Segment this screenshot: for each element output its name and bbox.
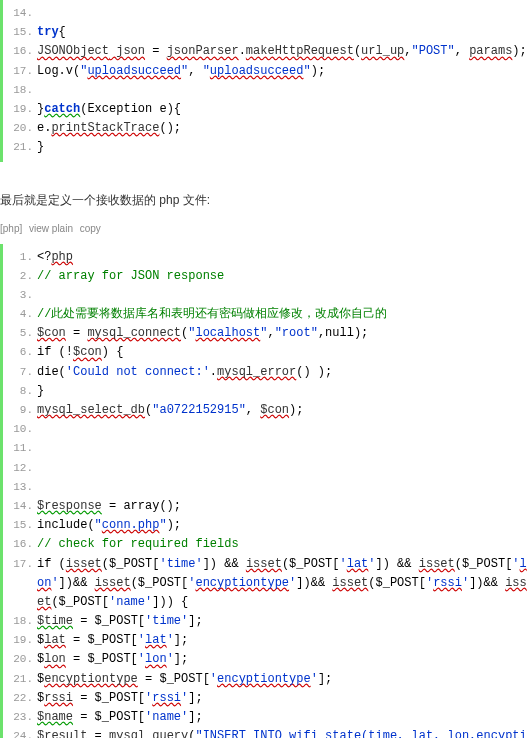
code-line: 23.$name = $_POST['name']; bbox=[11, 708, 529, 727]
code-line: 12. bbox=[11, 459, 529, 478]
line-content bbox=[37, 81, 529, 100]
line-content bbox=[37, 4, 529, 23]
line-number: 2. bbox=[11, 268, 33, 286]
line-content: // array for JSON response bbox=[37, 267, 529, 286]
line-number: 23. bbox=[11, 709, 33, 727]
line-number: 22. bbox=[11, 690, 33, 708]
code-line: 19.$lat = $_POST['lat']; bbox=[11, 631, 529, 650]
copy-link[interactable]: copy bbox=[80, 223, 101, 234]
line-number: 16. bbox=[11, 536, 33, 554]
line-content: $result = mysql_query("INSERT INTO wifi_… bbox=[37, 727, 529, 738]
code-line: 17.if (isset($_POST['time']) && isset($_… bbox=[11, 555, 529, 613]
line-content bbox=[37, 459, 529, 478]
code-line: 24.$result = mysql_query("INSERT INTO wi… bbox=[11, 727, 529, 738]
code-line: 2.// array for JSON response bbox=[11, 267, 529, 286]
line-content: Log.v("uploadsucceed", "uploadsucceed"); bbox=[37, 62, 529, 81]
code-line: 8.} bbox=[11, 382, 529, 401]
line-number: 1. bbox=[11, 249, 33, 267]
line-content: $encyptiontype = $_POST['encyptiontype']… bbox=[37, 670, 529, 689]
line-number: 13. bbox=[11, 479, 33, 497]
line-content bbox=[37, 478, 529, 497]
line-number: 9. bbox=[11, 402, 33, 420]
line-number: 8. bbox=[11, 383, 33, 401]
code-line: 1.<?php bbox=[11, 248, 529, 267]
line-number: 12. bbox=[11, 460, 33, 478]
line-number: 18. bbox=[11, 82, 33, 100]
line-number: 18. bbox=[11, 613, 33, 631]
code-line: 16.JSONObject json = jsonParser.makeHttp… bbox=[11, 42, 529, 61]
line-content: }catch(Exception e){ bbox=[37, 100, 529, 119]
line-content bbox=[37, 439, 529, 458]
view-plain-link[interactable]: view plain bbox=[29, 223, 73, 234]
code-line: 15.include("conn.php"); bbox=[11, 516, 529, 535]
line-number: 16. bbox=[11, 43, 33, 61]
line-number: 20. bbox=[11, 651, 33, 669]
line-number: 6. bbox=[11, 344, 33, 362]
line-number: 10. bbox=[11, 421, 33, 439]
line-number: 19. bbox=[11, 101, 33, 119]
line-content: //此处需要将数据库名和表明还有密码做相应修改，改成你自己的 bbox=[37, 305, 529, 324]
code-block-1: 14. 15.try{16.JSONObject json = jsonPars… bbox=[0, 0, 529, 162]
code-line: 15.try{ bbox=[11, 23, 529, 42]
code-line: 21.} bbox=[11, 138, 529, 157]
line-number: 15. bbox=[11, 517, 33, 535]
code-line: 21.$encyptiontype = $_POST['encyptiontyp… bbox=[11, 670, 529, 689]
code-line: 3. bbox=[11, 286, 529, 305]
line-number: 21. bbox=[11, 139, 33, 157]
line-content: if (isset($_POST['time']) && isset($_POS… bbox=[37, 555, 529, 613]
line-number: 21. bbox=[11, 671, 33, 689]
code-line: 18. bbox=[11, 81, 529, 100]
line-number: 4. bbox=[11, 306, 33, 324]
note-text: 最后就是定义一个接收数据的 php 文件: bbox=[0, 192, 529, 209]
code-line: 13. bbox=[11, 478, 529, 497]
code-line: 6.if (!$con) { bbox=[11, 343, 529, 362]
line-content: } bbox=[37, 382, 529, 401]
code-line: 18.$time = $_POST['time']; bbox=[11, 612, 529, 631]
code-line: 10. bbox=[11, 420, 529, 439]
code-line: 19.}catch(Exception e){ bbox=[11, 100, 529, 119]
line-content: $lat = $_POST['lat']; bbox=[37, 631, 529, 650]
line-content: $response = array(); bbox=[37, 497, 529, 516]
line-content: } bbox=[37, 138, 529, 157]
line-number: 20. bbox=[11, 120, 33, 138]
line-content: include("conn.php"); bbox=[37, 516, 529, 535]
line-number: 17. bbox=[11, 63, 33, 81]
line-content: $rssi = $_POST['rssi']; bbox=[37, 689, 529, 708]
code-toolbar: [php] view plain copy bbox=[0, 223, 529, 234]
line-content: try{ bbox=[37, 23, 529, 42]
line-content: die('Could not connect:'.mysql_error() )… bbox=[37, 363, 529, 382]
line-content: e.printStackTrace(); bbox=[37, 119, 529, 138]
code-line: 9.mysql_select_db("a0722152915", $con); bbox=[11, 401, 529, 420]
line-number: 5. bbox=[11, 325, 33, 343]
line-content: $name = $_POST['name']; bbox=[37, 708, 529, 727]
line-number: 17. bbox=[11, 556, 33, 574]
line-content bbox=[37, 420, 529, 439]
line-number: 11. bbox=[11, 440, 33, 458]
code-line: 16.// check for required fields bbox=[11, 535, 529, 554]
php-link[interactable]: [php] bbox=[0, 223, 22, 234]
code-line: 20.e.printStackTrace(); bbox=[11, 119, 529, 138]
line-content: JSONObject json = jsonParser.makeHttpReq… bbox=[37, 42, 529, 61]
line-content: $con = mysql_connect("localhost","root",… bbox=[37, 324, 529, 343]
line-content: if (!$con) { bbox=[37, 343, 529, 362]
line-number: 3. bbox=[11, 287, 33, 305]
line-content: // check for required fields bbox=[37, 535, 529, 554]
line-content: $lon = $_POST['lon']; bbox=[37, 650, 529, 669]
code-line: 17.Log.v("uploadsucceed", "uploadsucceed… bbox=[11, 62, 529, 81]
code-line: 14.$response = array(); bbox=[11, 497, 529, 516]
code-line: 11. bbox=[11, 439, 529, 458]
code-line: 7.die('Could not connect:'.mysql_error()… bbox=[11, 363, 529, 382]
line-content: $time = $_POST['time']; bbox=[37, 612, 529, 631]
line-number: 19. bbox=[11, 632, 33, 650]
code-line: 4.//此处需要将数据库名和表明还有密码做相应修改，改成你自己的 bbox=[11, 305, 529, 324]
line-number: 24. bbox=[11, 728, 33, 738]
code-line: 22.$rssi = $_POST['rssi']; bbox=[11, 689, 529, 708]
code-line: 14. bbox=[11, 4, 529, 23]
line-content bbox=[37, 286, 529, 305]
line-number: 7. bbox=[11, 364, 33, 382]
line-number: 14. bbox=[11, 498, 33, 516]
code-block-2: 1.<?php2.// array for JSON response3. 4.… bbox=[0, 244, 529, 739]
line-content: mysql_select_db("a0722152915", $con); bbox=[37, 401, 529, 420]
code-line: 20.$lon = $_POST['lon']; bbox=[11, 650, 529, 669]
line-number: 15. bbox=[11, 24, 33, 42]
